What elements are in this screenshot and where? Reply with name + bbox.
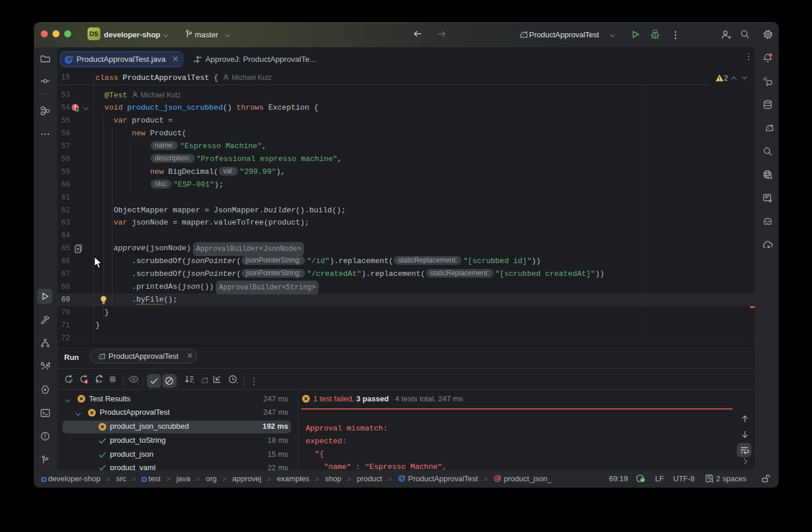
svg-text:?: ? xyxy=(76,247,79,253)
